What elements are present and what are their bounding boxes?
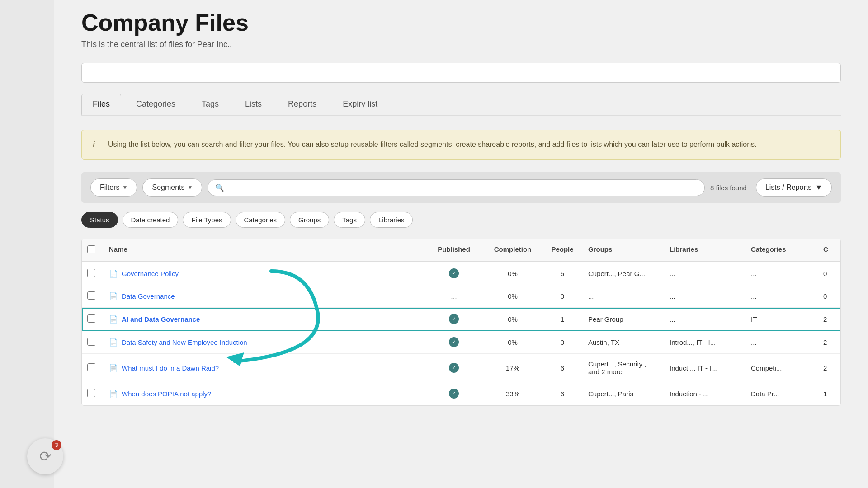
info-banner-text: Using the list below, you can search and… [108, 139, 757, 150]
file-name-link[interactable]: 📄Governance Policy [109, 269, 419, 278]
search-input[interactable] [228, 184, 697, 192]
row-groups: Cupert..., Paris [583, 384, 664, 404]
filter-tag-categories[interactable]: Categories [236, 212, 286, 228]
filter-tag-tags[interactable]: Tags [334, 212, 365, 228]
row-checkbox [82, 331, 104, 353]
page-subtitle: This is the central list of files for Pe… [81, 40, 841, 49]
row-name: 📄When does POPIA not apply? [104, 383, 425, 404]
th-completion: Completion [483, 239, 542, 261]
row-people: 6 [542, 263, 583, 284]
row-c: 2 [818, 358, 840, 378]
row-groups: Cupert..., Security , and 2 more [583, 354, 664, 382]
tab-reports[interactable]: Reports [277, 94, 328, 115]
row-c: 2 [818, 332, 840, 352]
row-people: 6 [542, 384, 583, 404]
filter-tag-status[interactable]: Status [81, 212, 118, 228]
top-search-input[interactable] [81, 63, 841, 83]
filter-tags: StatusDate createdFile TypesCategoriesGr… [81, 212, 841, 228]
published-check-icon: ✓ [449, 363, 459, 373]
bottom-widget[interactable]: 3 ⟳ [27, 438, 63, 474]
tab-expiry-list[interactable]: Expiry list [331, 94, 389, 115]
row-select-checkbox[interactable] [87, 314, 95, 323]
row-name: 📄AI and Data Governance [104, 309, 425, 330]
segments-button[interactable]: Segments ▼ [142, 178, 202, 197]
row-libraries: ... [664, 286, 745, 306]
th-c: C [818, 239, 840, 261]
file-name-link[interactable]: 📄AI and Data Governance [109, 315, 419, 324]
filters-button[interactable]: Filters ▼ [90, 178, 137, 197]
row-completion: 0% [483, 263, 542, 284]
filter-tag-date-created[interactable]: Date created [123, 212, 179, 228]
table-row: 📄Data Governance...0%0.........0 [82, 285, 840, 308]
table-header: Name Published Completion People Groups … [82, 239, 840, 262]
row-completion: 33% [483, 384, 542, 404]
main-container: Company Files This is the central list o… [54, 0, 868, 488]
search-bar-container [81, 63, 841, 83]
row-groups: Cupert..., Pear G... [583, 263, 664, 284]
row-select-checkbox[interactable] [87, 363, 95, 371]
filter-tag-file-types[interactable]: File Types [183, 212, 231, 228]
search-icon: 🔍 [215, 183, 224, 192]
published-check-icon: ✓ [449, 389, 459, 399]
lists-reports-button[interactable]: Lists / Reports ▼ [756, 178, 832, 197]
th-name: Name [104, 239, 425, 261]
info-icon: i [93, 140, 102, 150]
tab-lists[interactable]: Lists [234, 94, 273, 115]
segments-chevron-icon: ▼ [188, 184, 193, 191]
published-check-icon: ✓ [449, 268, 459, 278]
row-select-checkbox[interactable] [87, 291, 95, 300]
th-categories: Categories [745, 239, 818, 261]
search-wrapper: 🔍 [208, 179, 705, 196]
row-published: ✓ [425, 308, 483, 330]
tab-files[interactable]: Files [81, 94, 121, 115]
file-name-link[interactable]: 📄When does POPIA not apply? [109, 389, 419, 398]
tab-categories[interactable]: Categories [125, 94, 187, 115]
th-checkbox [82, 239, 104, 261]
files-table: Name Published Completion People Groups … [81, 239, 841, 406]
row-people: 1 [542, 309, 583, 329]
file-icon: 📄 [109, 338, 118, 347]
select-all-checkbox[interactable] [87, 245, 95, 253]
row-select-checkbox[interactable] [87, 389, 95, 397]
row-published: ✓ [425, 331, 483, 353]
file-icon: 📄 [109, 364, 118, 372]
row-published: ... [425, 286, 483, 307]
row-categories: Data Pr... [745, 384, 818, 404]
row-people: 0 [542, 286, 583, 306]
th-people: People [542, 239, 583, 261]
row-completion: 0% [483, 332, 542, 352]
table-body: 📄Governance Policy✓0%6Cupert..., Pear G.… [82, 262, 840, 405]
row-people: 6 [542, 358, 583, 378]
row-c: 2 [818, 309, 840, 329]
published-ellipsis: ... [451, 292, 457, 300]
row-people: 0 [542, 332, 583, 352]
file-name-link[interactable]: 📄Data Governance [109, 292, 419, 300]
row-categories: ... [745, 286, 818, 306]
tab-tags[interactable]: Tags [190, 94, 230, 115]
widget-badge: 3 [52, 440, 61, 450]
row-name: 📄Governance Policy [104, 263, 425, 284]
row-published: ✓ [425, 262, 483, 285]
file-name-link[interactable]: 📄What must I do in a Dawn Raid? [109, 364, 419, 372]
filter-tag-groups[interactable]: Groups [290, 212, 329, 228]
row-libraries: ... [664, 263, 745, 284]
th-groups: Groups [583, 239, 664, 261]
row-completion: 0% [483, 309, 542, 329]
th-published: Published [425, 239, 483, 261]
row-published: ✓ [425, 382, 483, 405]
th-libraries: Libraries [664, 239, 745, 261]
row-libraries: Introd..., IT - I... [664, 332, 745, 352]
file-icon: 📄 [109, 269, 118, 278]
segments-label: Segments [152, 183, 184, 192]
row-libraries: ... [664, 309, 745, 329]
filter-tag-libraries[interactable]: Libraries [370, 212, 413, 228]
tabs-container: FilesCategoriesTagsListsReportsExpiry li… [81, 94, 841, 116]
row-completion: 17% [483, 358, 542, 378]
row-select-checkbox[interactable] [87, 338, 95, 346]
row-c: 0 [818, 263, 840, 284]
file-name-link[interactable]: 📄Data Safety and New Employee Induction [109, 338, 419, 347]
row-select-checkbox[interactable] [87, 269, 95, 277]
published-check-icon: ✓ [449, 337, 459, 347]
row-c: 0 [818, 286, 840, 306]
row-categories: Competi... [745, 358, 818, 378]
